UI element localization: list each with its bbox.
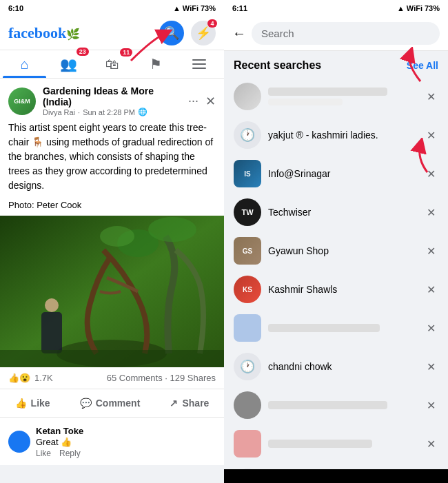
comment-actions: Like Reply bbox=[36, 449, 216, 458]
battery-right: 73% bbox=[425, 4, 440, 12]
svg-point-6 bbox=[148, 217, 196, 242]
clock-icon: 🕐 bbox=[234, 121, 261, 149]
comment-section: Ketan Toke Great 👍 Like Reply bbox=[0, 418, 224, 465]
messenger-icon: ⚡ bbox=[196, 25, 211, 41]
remove-search-icon[interactable]: ✕ bbox=[424, 396, 438, 415]
blurred-name-area bbox=[268, 324, 417, 332]
remove-search-icon[interactable]: ✕ bbox=[424, 319, 438, 338]
recent-searches-header: Recent searches See All bbox=[224, 51, 448, 77]
search-result-item[interactable]: TW Techwiser ✕ bbox=[224, 193, 448, 232]
search-term-chandni: chandni chowk bbox=[268, 361, 417, 372]
search-result-item[interactable]: ✕ bbox=[224, 386, 448, 424]
header-icons: 🔍 ⚡ 4 bbox=[159, 21, 216, 45]
blurred-pink-avatar bbox=[234, 430, 261, 458]
remove-search-icon[interactable]: ✕ bbox=[424, 88, 438, 106]
recent-searches-title: Recent searches bbox=[234, 59, 321, 72]
search-result-item[interactable]: ✕ bbox=[224, 309, 448, 347]
remove-search-icon[interactable]: ✕ bbox=[424, 165, 438, 183]
comment-reply-button[interactable]: Reply bbox=[59, 449, 81, 458]
search-result-item[interactable]: ✕ bbox=[224, 424, 448, 463]
remove-search-icon[interactable]: ✕ bbox=[424, 435, 438, 453]
share-button[interactable]: ↗ Share bbox=[159, 392, 220, 414]
techwiser-avatar: TW bbox=[234, 198, 261, 226]
search-term-info-srinagar: Info@Srinagar bbox=[268, 168, 417, 179]
store-icon: 🛍 bbox=[105, 56, 119, 72]
left-time: 6:10 bbox=[8, 4, 23, 12]
comment-icon: 💬 bbox=[80, 398, 92, 409]
more-options-icon[interactable]: ··· bbox=[188, 94, 198, 108]
search-result-item[interactable]: 🕐 chandni chowk ✕ bbox=[224, 347, 448, 386]
friends-icon: 👥 bbox=[60, 56, 77, 72]
search-icon: 🔍 bbox=[164, 25, 179, 41]
search-result-item[interactable]: ✕ bbox=[224, 77, 448, 116]
signal-icon: ▲ bbox=[173, 4, 181, 12]
search-input[interactable]: Search bbox=[261, 28, 294, 39]
page-avatar: GI&M bbox=[8, 88, 36, 115]
post-card: GI&M Gardening Ideas & More (India) Divy… bbox=[0, 79, 224, 465]
page-name: Gardening Ideas & More (India) bbox=[43, 85, 181, 107]
search-input-wrapper[interactable]: Search bbox=[252, 22, 440, 45]
kashmir-shawls-avatar: KS bbox=[234, 276, 261, 303]
post-image bbox=[0, 216, 224, 367]
search-term-kashmir-shawls: Kashmir Shawls bbox=[268, 284, 417, 295]
signal-icon-right: ▲ bbox=[397, 4, 405, 12]
post-feed: GI&M Gardening Ideas & More (India) Divy… bbox=[0, 79, 224, 483]
nav-flag[interactable]: ⚑ bbox=[134, 50, 177, 78]
messenger-icon-button[interactable]: ⚡ 4 bbox=[191, 21, 216, 45]
blurred-name-line bbox=[268, 401, 387, 409]
remove-search-icon[interactable]: ✕ bbox=[424, 358, 438, 376]
back-arrow-icon[interactable]: ← bbox=[232, 25, 246, 41]
remove-search-icon[interactable]: ✕ bbox=[424, 203, 438, 222]
nav-store[interactable]: 🛍 11 bbox=[90, 51, 134, 78]
search-term-yakjut: yakjut ® - kashmiri ladies. bbox=[268, 130, 417, 141]
search-result-item[interactable]: GS Gyawun Shop ✕ bbox=[224, 232, 448, 270]
search-result-item[interactable]: 🕐 yakjut ® - kashmiri ladies. ✕ bbox=[224, 116, 448, 154]
blurred-square-avatar bbox=[234, 314, 261, 342]
right-time: 6:11 bbox=[232, 4, 247, 12]
post-stats: 👍😮 1.7K 65 Comments · 129 Shares bbox=[0, 367, 224, 389]
comment-button[interactable]: 💬 Comment bbox=[69, 392, 152, 414]
comment-share-counts: 65 Comments · 129 Shares bbox=[107, 373, 216, 383]
right-status-icons: ▲ WiFi 73% bbox=[397, 4, 440, 12]
messenger-badge: 4 bbox=[207, 19, 217, 28]
post-meta: Gardening Ideas & More (India) Divya Rai… bbox=[43, 85, 181, 116]
home-icon: ⌂ bbox=[21, 56, 29, 72]
search-result-item[interactable]: 🕐 baby crib ✕ bbox=[224, 463, 448, 469]
clock-icon: 🕐 bbox=[234, 353, 261, 380]
blurred-avatar bbox=[234, 83, 261, 110]
like-button[interactable]: 👍 Like bbox=[4, 392, 61, 414]
post-image-svg bbox=[0, 216, 224, 367]
blurred-name-area bbox=[268, 440, 417, 448]
photo-credit: Photo: Peter Cook bbox=[0, 200, 224, 216]
nav-home[interactable]: ⌂ bbox=[3, 51, 46, 78]
dismiss-post-icon[interactable]: ✕ bbox=[205, 94, 216, 109]
nav-friends[interactable]: 👥 23 bbox=[46, 50, 90, 78]
search-result-item[interactable]: KS Kashmir Shawls ✕ bbox=[224, 270, 448, 309]
wifi-icon: WiFi bbox=[183, 4, 198, 12]
store-badge: 11 bbox=[120, 48, 132, 56]
reaction-count: 1.7K bbox=[34, 373, 53, 383]
blurred-name-area bbox=[268, 88, 417, 105]
comment-like-button[interactable]: Like bbox=[36, 449, 51, 458]
post-action-bar: 👍 Like 💬 Comment ↗ Share bbox=[0, 389, 224, 418]
remove-search-icon[interactable]: ✕ bbox=[424, 280, 438, 299]
blurred-name-line bbox=[268, 440, 372, 448]
right-panel: 6:11 ▲ WiFi 73% ← Search Recent searches… bbox=[224, 0, 448, 483]
post-header-actions: ··· ✕ bbox=[188, 94, 216, 109]
svg-point-7 bbox=[100, 226, 134, 247]
gyawun-avatar: GS bbox=[234, 237, 261, 265]
flag-icon: ⚑ bbox=[150, 56, 162, 72]
search-icon-button[interactable]: 🔍 bbox=[159, 21, 184, 45]
blurred-name-line bbox=[268, 324, 380, 332]
nav-tabs: ⌂ 👥 23 🛍 11 ⚑ bbox=[0, 50, 224, 79]
blurred-dark-avatar bbox=[234, 391, 261, 419]
see-all-button[interactable]: See All bbox=[407, 60, 438, 71]
svg-rect-8 bbox=[0, 350, 224, 367]
remove-search-icon[interactable]: ✕ bbox=[424, 126, 438, 145]
right-status-bar: 6:11 ▲ WiFi 73% bbox=[224, 0, 448, 17]
commenter-avatar bbox=[8, 431, 30, 453]
post-subtitle: Divya Rai · Sun at 2:28 PM 🌐 bbox=[43, 107, 181, 116]
nav-menu[interactable] bbox=[178, 51, 221, 77]
search-result-item[interactable]: IS Info@Srinagar ✕ bbox=[224, 154, 448, 193]
remove-search-icon[interactable]: ✕ bbox=[424, 242, 438, 260]
